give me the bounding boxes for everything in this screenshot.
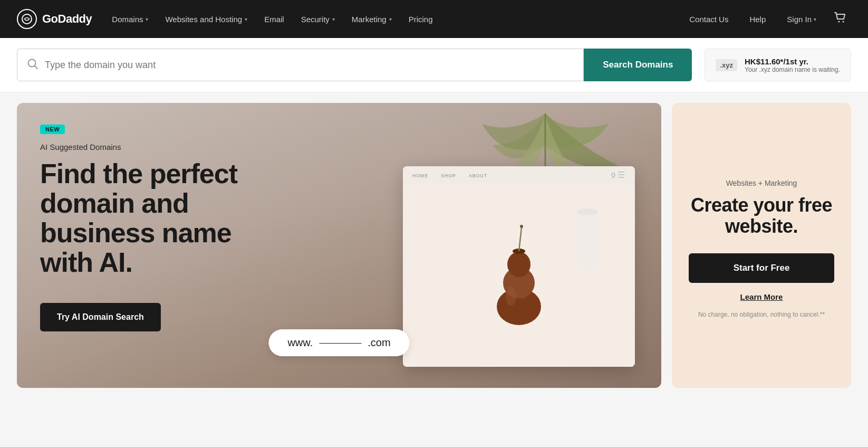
svg-point-2 [843,21,844,23]
search-wrapper [17,49,584,81]
chevron-down-icon: ▾ [814,16,816,22]
mockup-navbar: HOME SHOP ABOUT [403,166,635,185]
vase-illustration [482,222,556,330]
nav-item-email[interactable]: Email [257,11,292,28]
website-mockup: HOME SHOP ABOUT [403,166,635,367]
nav-item-websites[interactable]: Websites and Hosting ▾ [158,11,255,28]
domain-promo[interactable]: .xyz HK$11.60*/1st yr. Your .xyz domain … [705,49,851,81]
search-icon [27,58,38,72]
svg-point-16 [506,287,516,306]
svg-line-14 [519,227,522,251]
svg-rect-17 [577,212,598,270]
try-ai-search-button[interactable]: Try AI Domain Search [40,303,161,331]
right-panel: Websites + Marketing Create your free we… [672,103,851,388]
panel-subtitle: Websites + Marketing [726,179,797,187]
chevron-down-icon: ▾ [146,16,148,22]
nav-links: Domains ▾ Websites and Hosting ▾ Email S… [104,11,681,28]
nav-right: Contact Us Help Sign In ▾ [681,6,851,32]
panel-headline: Create your free website. [689,195,834,236]
mockup-body [403,185,635,367]
svg-point-15 [520,225,523,228]
nav-item-pricing[interactable]: Pricing [401,11,440,28]
nav-item-security[interactable]: Security ▾ [294,11,342,28]
svg-point-0 [22,14,32,24]
chevron-down-icon: ▾ [332,16,335,22]
svg-point-5 [612,173,615,176]
chevron-down-icon: ▾ [245,16,247,22]
search-domains-button[interactable]: Search Domains [584,49,692,81]
sign-in-button[interactable]: Sign In ▾ [778,11,825,28]
hero-banner: NEW AI Suggested Domains Find the perfec… [17,103,661,388]
panel-disclaimer: No charge, no obligation, nothing to can… [698,311,825,318]
domain-search-input[interactable] [45,60,574,71]
new-badge: NEW [40,125,65,134]
nav-item-marketing[interactable]: Marketing ▾ [344,11,399,28]
logo-text: GoDaddy [42,12,92,26]
cart-icon[interactable] [829,6,851,32]
contact-us-link[interactable]: Contact Us [681,11,737,28]
xyz-badge: .xyz [716,59,737,71]
promo-price: HK$11.60*/1st yr. [745,57,840,66]
logo-icon [17,9,37,29]
hero-subtitle: AI Suggested Domains [40,142,638,151]
help-link[interactable]: Help [741,11,774,28]
learn-more-link[interactable]: Learn More [740,292,783,301]
promo-subtitle: Your .xyz domain name is waiting. [745,66,840,73]
logo[interactable]: GoDaddy [17,9,92,29]
chevron-down-icon: ▾ [389,16,392,22]
domain-preview-card: www. .com [268,329,409,356]
search-section: Search Domains .xyz HK$11.60*/1st yr. Yo… [0,38,868,92]
navbar: GoDaddy Domains ▾ Websites and Hosting ▾… [0,0,868,38]
svg-point-1 [838,21,840,23]
start-for-free-button[interactable]: Start for Free [689,253,834,283]
main-content: NEW AI Suggested Domains Find the perfec… [0,92,868,398]
hero-headline: Find the perfect domain and business nam… [40,159,283,278]
nav-item-domains[interactable]: Domains ▾ [104,11,156,28]
svg-point-18 [577,208,598,215]
